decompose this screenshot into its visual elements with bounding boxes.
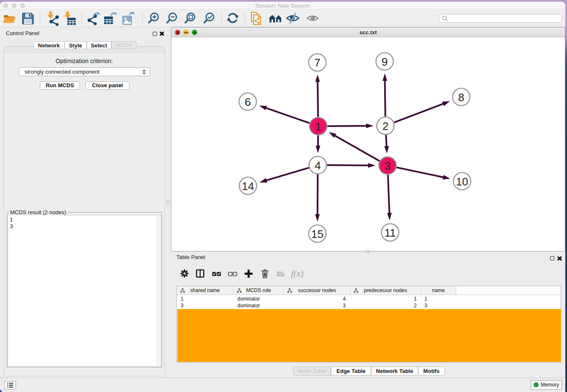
svg-text:2: 2 [383, 120, 388, 133]
svg-text:1: 1 [315, 120, 321, 133]
svg-text:11: 11 [385, 226, 396, 239]
svg-text:14: 14 [242, 180, 254, 193]
svg-text:15: 15 [311, 228, 324, 240]
svg-text:7: 7 [314, 56, 320, 69]
svg-text:8: 8 [458, 91, 464, 104]
svg-text:6: 6 [245, 96, 250, 108]
svg-text:3: 3 [385, 160, 391, 172]
svg-text:10: 10 [456, 175, 468, 188]
svg-text:9: 9 [382, 55, 388, 68]
svg-text:4: 4 [315, 159, 321, 172]
